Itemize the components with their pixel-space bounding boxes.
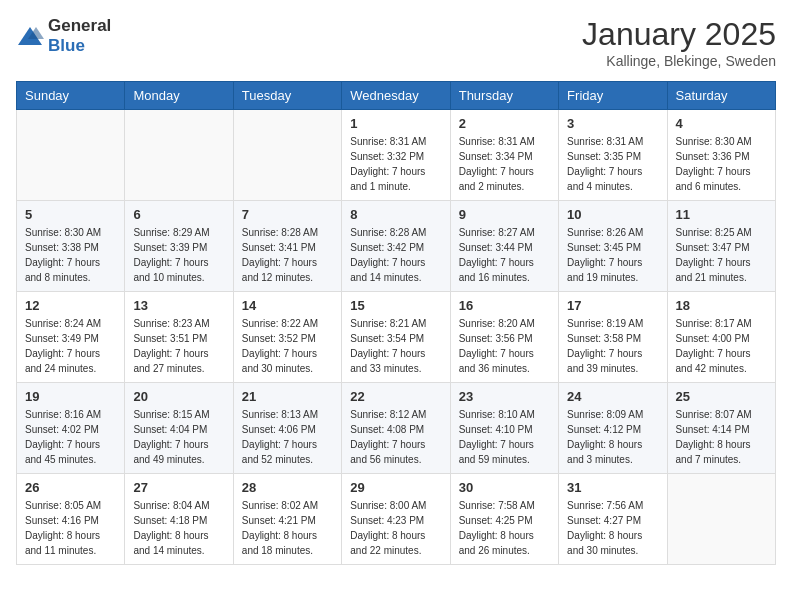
- day-cell: 21Sunrise: 8:13 AMSunset: 4:06 PMDayligh…: [233, 383, 341, 474]
- day-cell: 13Sunrise: 8:23 AMSunset: 3:51 PMDayligh…: [125, 292, 233, 383]
- week-row-3: 12Sunrise: 8:24 AMSunset: 3:49 PMDayligh…: [17, 292, 776, 383]
- day-info: Sunrise: 7:58 AMSunset: 4:25 PMDaylight:…: [459, 498, 550, 558]
- day-number: 27: [133, 480, 224, 495]
- weekday-header-sunday: Sunday: [17, 82, 125, 110]
- day-cell: 24Sunrise: 8:09 AMSunset: 4:12 PMDayligh…: [559, 383, 667, 474]
- day-cell: 31Sunrise: 7:56 AMSunset: 4:27 PMDayligh…: [559, 474, 667, 565]
- day-number: 26: [25, 480, 116, 495]
- day-info: Sunrise: 8:10 AMSunset: 4:10 PMDaylight:…: [459, 407, 550, 467]
- week-row-2: 5Sunrise: 8:30 AMSunset: 3:38 PMDaylight…: [17, 201, 776, 292]
- day-cell: 7Sunrise: 8:28 AMSunset: 3:41 PMDaylight…: [233, 201, 341, 292]
- day-cell: 29Sunrise: 8:00 AMSunset: 4:23 PMDayligh…: [342, 474, 450, 565]
- day-cell: 28Sunrise: 8:02 AMSunset: 4:21 PMDayligh…: [233, 474, 341, 565]
- weekday-header-tuesday: Tuesday: [233, 82, 341, 110]
- day-info: Sunrise: 8:31 AMSunset: 3:32 PMDaylight:…: [350, 134, 441, 194]
- day-number: 14: [242, 298, 333, 313]
- calendar-table: SundayMondayTuesdayWednesdayThursdayFrid…: [16, 81, 776, 565]
- logo-blue-text: Blue: [48, 36, 85, 55]
- day-cell: 27Sunrise: 8:04 AMSunset: 4:18 PMDayligh…: [125, 474, 233, 565]
- day-cell: 23Sunrise: 8:10 AMSunset: 4:10 PMDayligh…: [450, 383, 558, 474]
- day-number: 2: [459, 116, 550, 131]
- day-number: 5: [25, 207, 116, 222]
- day-info: Sunrise: 8:30 AMSunset: 3:38 PMDaylight:…: [25, 225, 116, 285]
- day-info: Sunrise: 8:28 AMSunset: 3:41 PMDaylight:…: [242, 225, 333, 285]
- day-info: Sunrise: 8:24 AMSunset: 3:49 PMDaylight:…: [25, 316, 116, 376]
- day-info: Sunrise: 8:12 AMSunset: 4:08 PMDaylight:…: [350, 407, 441, 467]
- day-info: Sunrise: 8:09 AMSunset: 4:12 PMDaylight:…: [567, 407, 658, 467]
- day-info: Sunrise: 8:05 AMSunset: 4:16 PMDaylight:…: [25, 498, 116, 558]
- weekday-header-monday: Monday: [125, 82, 233, 110]
- title-block: January 2025 Kallinge, Blekinge, Sweden: [582, 16, 776, 69]
- day-number: 10: [567, 207, 658, 222]
- day-number: 21: [242, 389, 333, 404]
- day-cell: 2Sunrise: 8:31 AMSunset: 3:34 PMDaylight…: [450, 110, 558, 201]
- day-number: 24: [567, 389, 658, 404]
- day-info: Sunrise: 8:30 AMSunset: 3:36 PMDaylight:…: [676, 134, 767, 194]
- day-number: 17: [567, 298, 658, 313]
- day-number: 3: [567, 116, 658, 131]
- day-cell: 6Sunrise: 8:29 AMSunset: 3:39 PMDaylight…: [125, 201, 233, 292]
- day-info: Sunrise: 8:29 AMSunset: 3:39 PMDaylight:…: [133, 225, 224, 285]
- day-number: 22: [350, 389, 441, 404]
- day-number: 31: [567, 480, 658, 495]
- calendar-subtitle: Kallinge, Blekinge, Sweden: [582, 53, 776, 69]
- day-info: Sunrise: 8:19 AMSunset: 3:58 PMDaylight:…: [567, 316, 658, 376]
- day-number: 25: [676, 389, 767, 404]
- day-info: Sunrise: 8:31 AMSunset: 3:34 PMDaylight:…: [459, 134, 550, 194]
- day-number: 23: [459, 389, 550, 404]
- day-number: 4: [676, 116, 767, 131]
- day-number: 8: [350, 207, 441, 222]
- day-cell: 19Sunrise: 8:16 AMSunset: 4:02 PMDayligh…: [17, 383, 125, 474]
- day-info: Sunrise: 8:00 AMSunset: 4:23 PMDaylight:…: [350, 498, 441, 558]
- day-number: 28: [242, 480, 333, 495]
- weekday-header-row: SundayMondayTuesdayWednesdayThursdayFrid…: [17, 82, 776, 110]
- day-cell: [17, 110, 125, 201]
- weekday-header-saturday: Saturday: [667, 82, 775, 110]
- day-cell: [667, 474, 775, 565]
- day-cell: 16Sunrise: 8:20 AMSunset: 3:56 PMDayligh…: [450, 292, 558, 383]
- day-cell: 8Sunrise: 8:28 AMSunset: 3:42 PMDaylight…: [342, 201, 450, 292]
- day-cell: 5Sunrise: 8:30 AMSunset: 3:38 PMDaylight…: [17, 201, 125, 292]
- day-info: Sunrise: 8:04 AMSunset: 4:18 PMDaylight:…: [133, 498, 224, 558]
- week-row-4: 19Sunrise: 8:16 AMSunset: 4:02 PMDayligh…: [17, 383, 776, 474]
- day-info: Sunrise: 8:02 AMSunset: 4:21 PMDaylight:…: [242, 498, 333, 558]
- day-info: Sunrise: 8:13 AMSunset: 4:06 PMDaylight:…: [242, 407, 333, 467]
- day-cell: 12Sunrise: 8:24 AMSunset: 3:49 PMDayligh…: [17, 292, 125, 383]
- day-number: 18: [676, 298, 767, 313]
- week-row-5: 26Sunrise: 8:05 AMSunset: 4:16 PMDayligh…: [17, 474, 776, 565]
- day-number: 7: [242, 207, 333, 222]
- day-cell: 9Sunrise: 8:27 AMSunset: 3:44 PMDaylight…: [450, 201, 558, 292]
- weekday-header-friday: Friday: [559, 82, 667, 110]
- day-info: Sunrise: 7:56 AMSunset: 4:27 PMDaylight:…: [567, 498, 658, 558]
- day-info: Sunrise: 8:15 AMSunset: 4:04 PMDaylight:…: [133, 407, 224, 467]
- day-number: 19: [25, 389, 116, 404]
- day-info: Sunrise: 8:28 AMSunset: 3:42 PMDaylight:…: [350, 225, 441, 285]
- weekday-header-thursday: Thursday: [450, 82, 558, 110]
- day-cell: 10Sunrise: 8:26 AMSunset: 3:45 PMDayligh…: [559, 201, 667, 292]
- day-info: Sunrise: 8:23 AMSunset: 3:51 PMDaylight:…: [133, 316, 224, 376]
- day-cell: 4Sunrise: 8:30 AMSunset: 3:36 PMDaylight…: [667, 110, 775, 201]
- logo-icon: [16, 25, 44, 47]
- day-number: 12: [25, 298, 116, 313]
- day-info: Sunrise: 8:21 AMSunset: 3:54 PMDaylight:…: [350, 316, 441, 376]
- day-info: Sunrise: 8:26 AMSunset: 3:45 PMDaylight:…: [567, 225, 658, 285]
- logo-general-text: General: [48, 16, 111, 35]
- day-cell: 1Sunrise: 8:31 AMSunset: 3:32 PMDaylight…: [342, 110, 450, 201]
- day-number: 16: [459, 298, 550, 313]
- day-cell: 11Sunrise: 8:25 AMSunset: 3:47 PMDayligh…: [667, 201, 775, 292]
- day-info: Sunrise: 8:22 AMSunset: 3:52 PMDaylight:…: [242, 316, 333, 376]
- day-cell: 18Sunrise: 8:17 AMSunset: 4:00 PMDayligh…: [667, 292, 775, 383]
- day-number: 15: [350, 298, 441, 313]
- weekday-header-wednesday: Wednesday: [342, 82, 450, 110]
- day-cell: 17Sunrise: 8:19 AMSunset: 3:58 PMDayligh…: [559, 292, 667, 383]
- day-cell: 26Sunrise: 8:05 AMSunset: 4:16 PMDayligh…: [17, 474, 125, 565]
- day-info: Sunrise: 8:31 AMSunset: 3:35 PMDaylight:…: [567, 134, 658, 194]
- day-number: 30: [459, 480, 550, 495]
- day-info: Sunrise: 8:20 AMSunset: 3:56 PMDaylight:…: [459, 316, 550, 376]
- page-header: General Blue January 2025 Kallinge, Blek…: [16, 16, 776, 69]
- day-number: 20: [133, 389, 224, 404]
- day-cell: 25Sunrise: 8:07 AMSunset: 4:14 PMDayligh…: [667, 383, 775, 474]
- week-row-1: 1Sunrise: 8:31 AMSunset: 3:32 PMDaylight…: [17, 110, 776, 201]
- day-info: Sunrise: 8:25 AMSunset: 3:47 PMDaylight:…: [676, 225, 767, 285]
- day-number: 1: [350, 116, 441, 131]
